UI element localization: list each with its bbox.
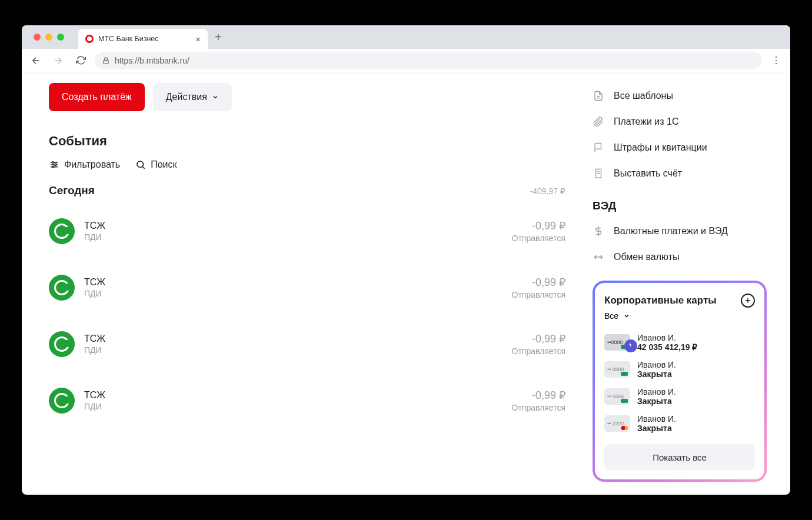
window-maximize-icon[interactable] xyxy=(57,34,64,41)
chevron-down-icon xyxy=(623,312,630,319)
card-item[interactable]: ••0000 Иванов И. 42 035 412,19 ₽ xyxy=(604,329,755,356)
window-close-icon[interactable] xyxy=(34,34,41,41)
cards-filter-dropdown[interactable]: Все xyxy=(604,311,755,321)
card-scheme-icon xyxy=(621,426,628,430)
svg-line-8 xyxy=(142,166,145,169)
card-thumbnail: •• 2222 xyxy=(604,415,630,432)
event-name: ТСЖ xyxy=(84,390,512,401)
forward-button[interactable] xyxy=(50,52,66,69)
event-amount-block: -0,99 ₽ Отправляется xyxy=(512,332,565,356)
search-button[interactable]: Поиск xyxy=(135,159,177,170)
actions-dropdown-button[interactable]: Действия xyxy=(153,83,232,111)
events-controls: Фильтровать Поиск xyxy=(49,159,565,170)
quicklink-all-templates[interactable]: Все шаблоны xyxy=(593,83,767,109)
event-row[interactable]: ТСЖ ПДИ -0,99 ₽ Отправляется xyxy=(49,377,565,434)
event-amount: -0,99 ₽ xyxy=(512,219,565,232)
tab-favicon-icon xyxy=(85,35,94,43)
show-all-cards-button[interactable]: Показать все xyxy=(604,444,755,470)
reload-button[interactable] xyxy=(72,52,89,69)
event-status: Отправляется xyxy=(512,290,565,299)
event-amount-block: -0,99 ₽ Отправляется xyxy=(512,219,565,243)
main-column: Создать платёж Действия События Фильтров… xyxy=(22,72,593,495)
card-thumbnail: •• 8888 xyxy=(604,361,630,378)
events-list: ТСЖ ПДИ -0,99 ₽ Отправляется ТСЖ ПДИ -0,… xyxy=(49,208,565,434)
event-name: ТСЖ xyxy=(84,221,512,231)
card-scheme-icon xyxy=(621,372,628,376)
create-payment-button[interactable]: Создать платёж xyxy=(49,83,145,111)
url-text: https://b.mtsbank.ru/ xyxy=(115,56,189,65)
card-thumbnail: •• 5555 xyxy=(604,388,630,405)
event-amount: -0,99 ₽ xyxy=(512,332,565,345)
event-amount-block: -0,99 ₽ Отправляется xyxy=(512,276,565,299)
tab-close-icon[interactable]: × xyxy=(195,34,201,44)
window-minimize-icon[interactable] xyxy=(45,34,52,41)
card-holder: Иванов И. xyxy=(637,333,755,342)
event-sub: ПДИ xyxy=(84,345,512,355)
quicklink-fines[interactable]: Штрафы и квитанции xyxy=(593,135,767,161)
event-status: Отправляется xyxy=(512,403,565,412)
card-info: Иванов И. Закрыта xyxy=(637,414,755,433)
corporate-cards-panel: Корпоративные карты + Все ••0000 Иванов … xyxy=(593,281,767,482)
svg-point-7 xyxy=(137,161,144,168)
quicklink-payments-1c[interactable]: Платежи из 1С xyxy=(593,109,767,135)
quicklink-invoice[interactable]: Выставить счёт xyxy=(593,161,767,186)
page-content: Создать платёж Действия События Фильтров… xyxy=(22,72,790,495)
event-amount: -0,99 ₽ xyxy=(512,276,565,289)
exchange-icon xyxy=(593,251,604,263)
quicklink-currency-exchange[interactable]: Обмен валюты xyxy=(593,244,767,270)
card-item[interactable]: •• 2222 Иванов И. Закрыта xyxy=(604,410,755,437)
card-info: Иванов И. 42 035 412,19 ₽ xyxy=(637,333,755,352)
event-sub: ПДИ xyxy=(84,232,512,242)
show-all-label: Показать все xyxy=(653,452,707,462)
event-row[interactable]: ТСЖ ПДИ -0,99 ₽ Отправляется xyxy=(49,321,565,377)
cards-header: Корпоративные карты + xyxy=(604,294,755,308)
day-header: Сегодня -409,97 ₽ xyxy=(49,184,565,197)
card-item[interactable]: •• 5555 Иванов И. Закрыта xyxy=(604,383,755,410)
ved-heading: ВЭД xyxy=(593,199,767,212)
event-row[interactable]: ТСЖ ПДИ -0,99 ₽ Отправляется xyxy=(49,264,565,321)
flag-icon xyxy=(593,142,604,154)
quicklink-label: Обмен валюты xyxy=(614,252,679,262)
quicklink-currency-payments[interactable]: Валютные платежи и ВЭД xyxy=(593,218,767,244)
event-sub: ПДИ xyxy=(84,289,512,298)
attachment-icon xyxy=(593,116,604,128)
chevron-down-icon xyxy=(212,94,219,101)
card-info: Иванов И. Закрыта xyxy=(637,387,755,406)
event-info: ТСЖ ПДИ xyxy=(84,390,512,411)
back-button[interactable] xyxy=(28,52,44,69)
action-row: Создать платёж Действия xyxy=(49,83,565,111)
url-bar[interactable]: https://b.mtsbank.ru/ xyxy=(95,52,762,69)
card-holder: Иванов И. xyxy=(637,414,755,424)
event-status: Отправляется xyxy=(512,234,565,243)
card-balance: 42 035 412,19 ₽ xyxy=(637,342,755,352)
new-tab-button[interactable]: + xyxy=(208,31,229,44)
event-info: ТСЖ ПДИ xyxy=(84,277,512,298)
card-balance: Закрыта xyxy=(637,424,755,433)
cursor-pointer-icon xyxy=(624,339,637,352)
tab-title: МТС Банк Бизнес xyxy=(98,35,191,43)
menu-button[interactable]: ⋮ xyxy=(768,55,784,66)
event-info: ТСЖ ПДИ xyxy=(84,334,512,355)
card-holder: Иванов И. xyxy=(637,387,755,396)
event-info: ТСЖ ПДИ xyxy=(84,221,512,242)
day-label: Сегодня xyxy=(49,184,95,197)
corporate-cards-inner: Корпоративные карты + Все ••0000 Иванов … xyxy=(595,283,764,479)
actions-dropdown-label: Действия xyxy=(166,92,207,102)
day-total: -409,97 ₽ xyxy=(530,186,565,196)
add-card-button[interactable]: + xyxy=(741,294,755,308)
card-balance: Закрыта xyxy=(637,369,755,379)
card-info: Иванов И. Закрыта xyxy=(637,360,755,379)
dollar-icon xyxy=(593,225,604,237)
event-amount-block: -0,99 ₽ Отправляется xyxy=(512,389,565,412)
bank-logo-icon xyxy=(49,388,75,414)
browser-window: МТС Банк Бизнес × + https://b.mtsbank.ru… xyxy=(22,25,790,495)
document-icon xyxy=(593,90,604,102)
event-row[interactable]: ТСЖ ПДИ -0,99 ₽ Отправляется xyxy=(49,208,565,264)
card-item[interactable]: •• 8888 Иванов И. Закрыта xyxy=(604,356,755,383)
traffic-lights xyxy=(26,26,71,48)
event-sub: ПДИ xyxy=(84,402,512,411)
browser-tab[interactable]: МТС Банк Бизнес × xyxy=(78,29,208,49)
receipt-icon xyxy=(593,168,604,179)
quicklink-label: Платежи из 1С xyxy=(614,116,679,127)
filter-button[interactable]: Фильтровать xyxy=(49,159,120,170)
